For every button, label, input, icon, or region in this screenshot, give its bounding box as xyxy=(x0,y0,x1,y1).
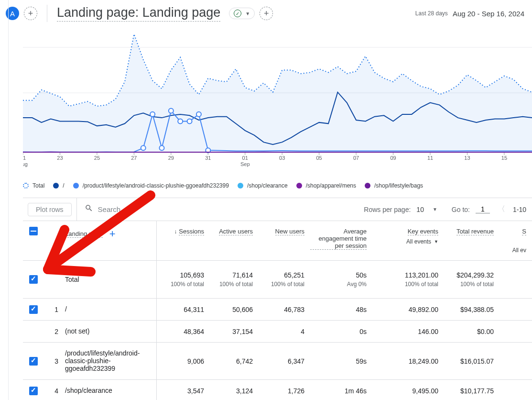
divider xyxy=(47,5,47,22)
legend-label: /shop/clearance xyxy=(247,182,288,189)
prev-page-button[interactable]: 〈 xyxy=(496,202,507,216)
chart-legend: Total//product/lifestyle/android-classic… xyxy=(0,176,532,198)
row-index: 4 xyxy=(44,380,65,400)
total-cell: $204,299.32100% of total xyxy=(444,261,499,299)
metric-cell: 59s xyxy=(310,343,372,380)
landing-page-cell[interactable]: /product/lifestyle/android-classic-plush… xyxy=(65,343,156,380)
landing-page-cell[interactable]: / xyxy=(65,299,156,321)
svg-text:27: 27 xyxy=(131,155,137,161)
metric-cell: 6,347 xyxy=(259,343,310,380)
pager: Rows per page: 10 ▼ Go to: 〈 1-10 xyxy=(358,202,532,216)
legend-label: /product/lifestyle/android-classic-plush… xyxy=(83,182,229,189)
table-row: 4/shop/clearance3,5473,1241,7261m 46s9,4… xyxy=(23,380,532,400)
date-range-value: Aug 20 - Sep 16, 2024 xyxy=(453,10,524,18)
table-row: 3/product/lifestyle/android-classic-plus… xyxy=(23,343,532,380)
legend-label: /shop/lifestyle/bags xyxy=(374,182,423,189)
add-dimension-button[interactable]: + xyxy=(109,228,116,240)
row-checkbox[interactable] xyxy=(29,275,38,284)
row-index: 3 xyxy=(44,343,65,380)
svg-text:07: 07 xyxy=(353,155,359,161)
col-engagement[interactable]: Average engagement time per session xyxy=(310,228,367,250)
add-segment-button[interactable]: + xyxy=(24,7,37,20)
date-range-picker[interactable]: Last 28 days Aug 20 - Sep 16, 2024 xyxy=(415,10,524,18)
dimension-header[interactable]: Landing page xyxy=(65,230,103,238)
metric-cell: 6,742 xyxy=(210,343,259,380)
legend-item[interactable]: /product/lifestyle/android-classic-plush… xyxy=(73,182,229,189)
legend-item[interactable]: / xyxy=(53,182,64,189)
metric-cell: 1m 46s xyxy=(310,380,372,400)
legend-swatch xyxy=(23,183,29,189)
legend-label: Total xyxy=(33,182,44,189)
metric-cell: 49,892.00 xyxy=(372,299,444,321)
select-all-checkbox[interactable] xyxy=(29,227,38,235)
total-cell: 113,201.00100% of total xyxy=(372,261,444,299)
total-cell: 50sAvg 0% xyxy=(310,261,372,299)
svg-text:05: 05 xyxy=(316,155,322,161)
chart-area: 21Aug232527293101Sep03050709111315 xyxy=(0,31,532,176)
metric-cell: 37,154 xyxy=(210,321,259,343)
landing-page-cell[interactable]: /shop/clearance xyxy=(65,380,156,400)
add-card-button[interactable]: + xyxy=(260,7,273,20)
svg-point-4 xyxy=(150,112,155,117)
col-session-value[interactable]: S xyxy=(522,228,526,235)
svg-point-3 xyxy=(141,145,146,150)
col-new-users[interactable]: New users xyxy=(275,228,304,235)
legend-item[interactable]: /shop/lifestyle/bags xyxy=(365,182,423,189)
date-range-label: Last 28 days xyxy=(415,10,448,17)
svg-text:11: 11 xyxy=(427,155,433,161)
search-input[interactable] xyxy=(98,205,358,213)
search-box[interactable] xyxy=(76,198,358,221)
svg-text:03: 03 xyxy=(279,155,285,161)
legend-item[interactable]: /shop/apparel/mens xyxy=(296,182,356,189)
svg-point-5 xyxy=(159,145,164,150)
total-cell: 65,251100% of total xyxy=(259,261,310,299)
total-label: Total xyxy=(65,261,156,299)
metric-cell: 3,124 xyxy=(210,380,259,400)
metric-cell: 9,006 xyxy=(156,343,210,380)
col-active-users[interactable]: Active users xyxy=(219,228,253,235)
legend-item[interactable]: /shop/clearance xyxy=(238,182,288,189)
status-chip[interactable]: ✓ ▼ xyxy=(229,8,255,19)
total-cell: 71,614100% of total xyxy=(210,261,259,299)
trend-chart[interactable]: 21Aug232527293101Sep03050709111315 xyxy=(23,31,532,174)
table: Plot rows Rows per page: 10 ▼ Go to: 〈 1… xyxy=(23,198,532,400)
table-row: 1/64,31150,60646,78348s49,892.00$94,388.… xyxy=(23,299,532,321)
row-checkbox[interactable] xyxy=(29,305,38,314)
legend-label: /shop/apparel/mens xyxy=(306,182,356,189)
goto-label: Go to: xyxy=(452,206,470,213)
chevron-down-icon: ▼ xyxy=(434,239,438,244)
chevron-down-icon: ▼ xyxy=(245,11,250,16)
page-title[interactable]: Landing page: Landing page xyxy=(57,5,220,22)
metric-cell: 1,726 xyxy=(259,380,310,400)
rows-per-page-select[interactable]: 10 ▼ xyxy=(416,206,437,213)
row-checkbox[interactable] xyxy=(29,387,38,395)
svg-text:09: 09 xyxy=(390,155,396,161)
legend-label: / xyxy=(63,182,64,189)
check-icon: ✓ xyxy=(234,10,241,17)
landing-page-cell[interactable]: (not set) xyxy=(65,321,156,343)
legend-item[interactable]: Total xyxy=(23,182,44,189)
sort-arrow-icon: ↓ xyxy=(174,228,177,235)
svg-text:01: 01 xyxy=(242,155,248,161)
svg-text:23: 23 xyxy=(57,155,63,161)
row-index: 2 xyxy=(44,321,65,343)
plot-rows-button[interactable]: Plot rows xyxy=(28,203,72,216)
svg-text:13: 13 xyxy=(464,155,470,161)
svg-point-8 xyxy=(187,119,192,123)
col-revenue[interactable]: Total revenue xyxy=(456,228,494,235)
page-range: 1-10 xyxy=(513,206,526,213)
total-cell: 105,693100% of total xyxy=(156,261,210,299)
table-toolbar: Plot rows Rows per page: 10 ▼ Go to: 〈 1… xyxy=(23,198,532,221)
col-key-events[interactable]: Key events xyxy=(408,228,438,235)
col-sessions[interactable]: Sessions xyxy=(179,228,204,235)
svg-text:Sep: Sep xyxy=(240,161,250,167)
row-checkbox[interactable] xyxy=(29,357,38,366)
svg-text:31: 31 xyxy=(205,155,211,161)
svg-text:Aug: Aug xyxy=(23,161,28,167)
metric-cell: 64,311 xyxy=(156,299,210,321)
key-events-filter[interactable]: All events ▼ xyxy=(406,238,438,245)
legend-swatch xyxy=(238,183,243,189)
session-value-filter[interactable]: All ev xyxy=(512,247,526,254)
goto-input[interactable] xyxy=(476,205,490,213)
svg-point-9 xyxy=(196,112,201,117)
